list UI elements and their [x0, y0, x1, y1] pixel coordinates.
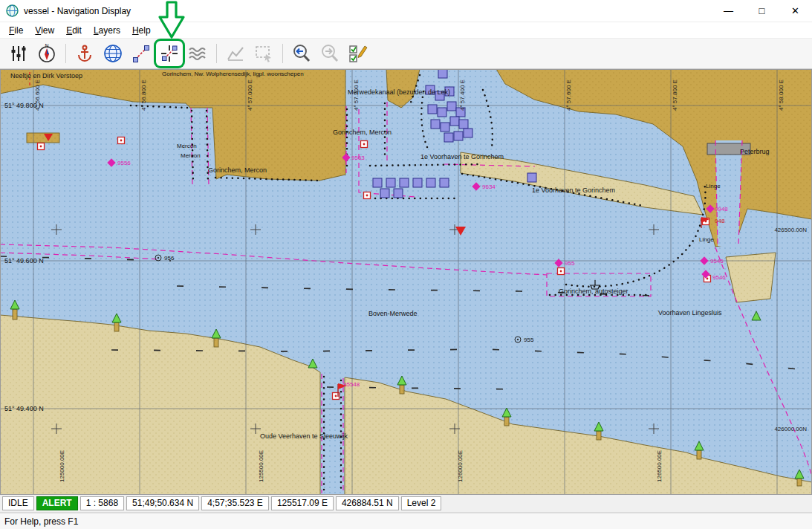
svg-text:Gorinchem, Nw. Wolpherensedijk: Gorinchem, Nw. Wolpherensedijk, ligpl. w…	[162, 71, 304, 77]
svg-text:Mercon: Mercon	[181, 152, 201, 159]
nautical-chart: Neeltje en Dirk Verstoep Gorinchem, Nw. …	[0, 69, 812, 495]
zoom-next-icon	[319, 43, 340, 64]
globe-icon	[103, 43, 123, 64]
svg-text:4° 56.600 E: 4° 56.600 E	[34, 79, 41, 111]
svg-text:Gorinchem, autosteiger: Gorinchem, autosteiger	[559, 288, 629, 295]
verify-layers-icon	[348, 43, 368, 64]
svg-text:4° 56.800 E: 4° 56.800 E	[140, 79, 147, 111]
toolbar: N	[0, 39, 812, 69]
svg-text:4° 58.000 E: 4° 58.000 E	[778, 79, 785, 111]
svg-text:955: 955	[565, 260, 575, 267]
svg-text:1e Voorhaven te Gorinchem: 1e Voorhaven te Gorinchem	[532, 186, 615, 194]
svg-text:4° 57.400 E: 4° 57.400 E	[459, 79, 466, 111]
svg-text:95548: 95548	[343, 381, 360, 388]
status-northing: 426884.51 N	[336, 496, 399, 510]
route-button[interactable]	[128, 41, 155, 66]
helpbar: For Help, press F1	[0, 513, 812, 529]
globe-button[interactable]	[100, 41, 126, 66]
svg-text:4° 57.600 E: 4° 57.600 E	[565, 79, 572, 111]
select-region-button[interactable]	[250, 41, 277, 66]
status-longitude: 4;57;35.523 E	[201, 496, 269, 510]
svg-text:4° 57.000 E: 4° 57.000 E	[247, 79, 253, 111]
menu-edit[interactable]: Edit	[60, 24, 88, 37]
svg-text:9556: 9556	[117, 160, 131, 166]
maximize-button[interactable]: □	[745, 0, 779, 22]
svg-text:Linge: Linge	[706, 183, 721, 189]
select-region-icon	[254, 44, 273, 63]
svg-text:Peterbrug: Peterbrug	[740, 148, 770, 155]
titlebar: vessel - Navigation Display — □ ✕	[0, 0, 812, 22]
compass-button[interactable]: N	[33, 41, 60, 66]
route-icon	[131, 44, 151, 63]
menu-view[interactable]: View	[29, 24, 60, 37]
svg-text:Neeltje en Dirk Verstoep: Neeltje en Dirk Verstoep	[10, 72, 82, 79]
toolbar-separator	[282, 44, 283, 63]
svg-text:426000.00N: 426000.00N	[774, 426, 807, 432]
svg-text:4° 57.800 E: 4° 57.800 E	[672, 79, 678, 111]
svg-text:Mercon: Mercon	[177, 143, 197, 149]
svg-text:9546: 9546	[712, 274, 726, 281]
zoom-next-button[interactable]	[316, 41, 343, 66]
status-alert: ALERT	[36, 496, 78, 510]
svg-text:Oude Veerhaven te Sleeuwijk: Oude Veerhaven te Sleeuwijk	[260, 432, 348, 440]
svg-text:126000.00E: 126000.00E	[457, 450, 464, 482]
help-text: For Help, press F1	[4, 516, 78, 527]
status-mode: IDLE	[2, 496, 34, 510]
app-icon	[6, 4, 19, 17]
verify-layers-button[interactable]	[345, 41, 371, 66]
svg-text:4° 57.200 E: 4° 57.200 E	[353, 79, 360, 111]
toolbar-separator	[65, 44, 66, 63]
svg-text:948: 948	[715, 218, 725, 224]
svg-text:51° 49.400 N: 51° 49.400 N	[4, 405, 44, 412]
svg-text:125000.00E: 125000.00E	[59, 450, 65, 482]
status-level: Level 2	[401, 496, 442, 510]
menu-file[interactable]: File	[3, 24, 29, 37]
svg-text:125500.00E: 125500.00E	[258, 450, 264, 482]
compass-icon: N	[36, 43, 57, 64]
svg-text:1e Voorhaven te Gorinchem: 1e Voorhaven te Gorinchem	[420, 153, 504, 160]
zoom-previous-button[interactable]	[288, 41, 315, 66]
status-scale: 1 : 5868	[80, 496, 124, 510]
sliders-button[interactable]	[5, 41, 32, 66]
svg-text:956: 956	[164, 255, 175, 262]
menubar: File View Edit Layers Help	[0, 22, 812, 39]
svg-text:955: 955	[524, 337, 534, 343]
svg-text:Voorhaven Lingesluis: Voorhaven Lingesluis	[658, 309, 722, 317]
edit-route-button[interactable]	[156, 41, 183, 66]
svg-text:Linge: Linge	[699, 236, 714, 243]
svg-text:Gorinchem, Mercon: Gorinchem, Mercon	[333, 129, 392, 136]
waves-icon	[187, 43, 208, 64]
toolbar-separator	[216, 44, 217, 63]
menu-layers[interactable]: Layers	[88, 24, 126, 37]
area-chart-icon	[226, 44, 245, 63]
sliders-icon	[9, 44, 28, 63]
pier-west	[27, 133, 59, 143]
linge-channel	[715, 140, 742, 246]
svg-text:426500.00N: 426500.00N	[774, 227, 807, 233]
svg-text:9563: 9563	[351, 155, 365, 161]
svg-text:Gorinchem, Mercon: Gorinchem, Mercon	[208, 166, 267, 174]
svg-text:Merwedekanaal (bezuiden de Lek: Merwedekanaal (bezuiden de Lek)	[348, 88, 450, 96]
svg-text:N: N	[45, 43, 48, 48]
svg-text:9634: 9634	[482, 184, 496, 190]
window-title: vessel - Navigation Display	[24, 6, 712, 16]
area-chart-button[interactable]	[222, 41, 249, 66]
chart-area[interactable]: Neeltje en Dirk Verstoep Gorinchem, Nw. …	[0, 69, 812, 495]
status-easting: 125517.09 E	[271, 496, 334, 510]
menu-help[interactable]: Help	[126, 24, 157, 37]
close-button[interactable]: ✕	[779, 0, 812, 22]
zoom-previous-icon	[291, 43, 312, 64]
minimize-button[interactable]: —	[712, 0, 745, 22]
edit-route-icon	[160, 44, 179, 63]
status-latitude: 51;49;50.634 N	[126, 496, 199, 510]
svg-text:51° 49.600 N: 51° 49.600 N	[4, 257, 44, 264]
svg-text:Boven-Merwede: Boven-Merwede	[368, 310, 418, 317]
anchor-icon	[75, 44, 94, 63]
svg-text:9948: 9948	[715, 206, 728, 212]
statusbar: IDLE ALERT 1 : 5868 51;49;50.634 N 4;57;…	[0, 495, 812, 513]
anchor-button[interactable]	[71, 41, 98, 66]
waves-button[interactable]	[184, 41, 211, 66]
svg-text:9546: 9546	[710, 258, 724, 264]
svg-text:126500.00E: 126500.00E	[656, 450, 663, 482]
